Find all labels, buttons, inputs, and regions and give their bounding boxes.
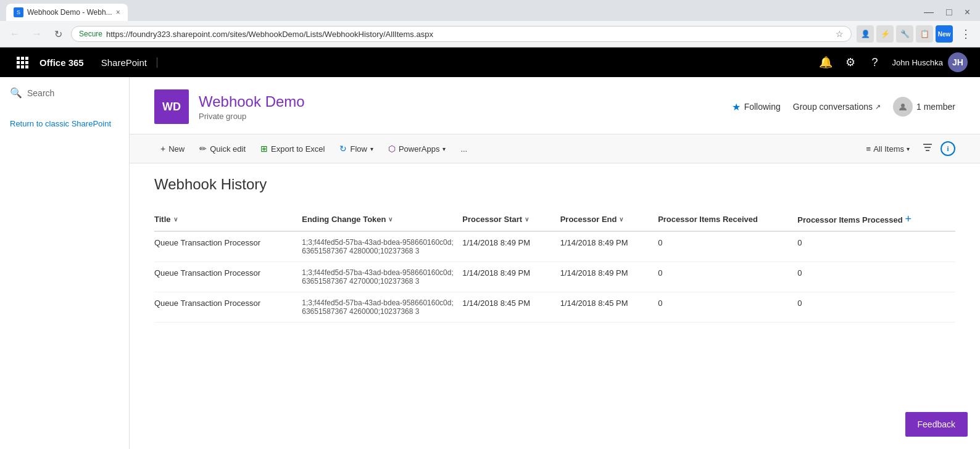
- table-header: Title ∨ Ending Change Token ∨: [154, 208, 955, 231]
- view-icon: ≡: [866, 144, 871, 154]
- powerapps-button[interactable]: ⬡ PowerApps ▾: [382, 140, 452, 157]
- following-button[interactable]: ★ Following: [732, 101, 781, 113]
- col-start-header[interactable]: Processor Start ∨: [462, 215, 552, 224]
- following-label: Following: [744, 102, 781, 112]
- browser-chrome: S Webhook Demo - Webh... × — □ × ← → ↻ S…: [0, 0, 980, 47]
- cell-processed: 0: [797, 292, 955, 323]
- cell-start: 1/14/2018 8:49 PM: [462, 262, 560, 292]
- cell-received: 0: [658, 262, 797, 292]
- quick-edit-button[interactable]: ✏ Quick edit: [193, 140, 252, 157]
- toolbar-right: ≡ All Items ▾ i: [862, 139, 955, 158]
- address-bar[interactable]: Secure https://foundry323.sharepoint.com…: [71, 26, 852, 42]
- view-label: All Items: [873, 144, 904, 154]
- flow-button[interactable]: ↻ Flow ▾: [333, 140, 379, 157]
- cell-title: Queue Transaction Processor: [154, 231, 302, 262]
- app-brand: Office 365 SharePoint: [37, 57, 157, 68]
- export-excel-label: Export to Excel: [271, 144, 325, 154]
- group-conversations-button[interactable]: Group conversations ↗: [793, 102, 881, 112]
- col-token-header[interactable]: Ending Change Token ∨: [302, 215, 455, 224]
- flow-label: Flow: [350, 144, 367, 154]
- user-avatar: JH: [948, 52, 968, 72]
- powerapps-label: PowerApps: [399, 144, 439, 154]
- following-star-icon: ★: [732, 101, 741, 113]
- ext-btn-2[interactable]: ⚡: [876, 25, 894, 43]
- site-info: Webhook Demo Private group: [199, 93, 305, 121]
- refresh-button[interactable]: ↻: [51, 26, 66, 43]
- browser-titlebar: S Webhook Demo - Webh... × — □ ×: [0, 0, 980, 21]
- tab-title: Webhook Demo - Webh...: [27, 8, 112, 17]
- col-token-label: Ending Change Token: [302, 215, 386, 224]
- more-button[interactable]: ...: [454, 141, 473, 157]
- user-profile-button[interactable]: John Huschka JH: [887, 52, 973, 72]
- col-processor-start: Processor Start ∨: [462, 208, 560, 231]
- waffle-icon: [17, 57, 28, 68]
- info-icon: i: [947, 145, 949, 152]
- flow-chevron-icon: ▾: [370, 146, 373, 152]
- tab-close-button[interactable]: ×: [116, 8, 120, 17]
- col-received-label: Processor Items Received: [658, 215, 758, 224]
- col-title-header[interactable]: Title ∨: [154, 215, 294, 224]
- add-column-button[interactable]: +: [905, 213, 911, 226]
- site-subtitle: Private group: [199, 112, 305, 121]
- member-avatar: [893, 97, 913, 117]
- col-end-label: Processor End: [560, 215, 617, 224]
- ext-btn-3[interactable]: 🔧: [896, 25, 913, 43]
- more-icon: ...: [460, 144, 467, 154]
- minimize-button[interactable]: —: [920, 6, 937, 19]
- cell-start: 1/14/2018 8:49 PM: [462, 231, 560, 262]
- settings-button[interactable]: ⚙: [838, 50, 863, 75]
- site-identity: WD Webhook Demo Private group: [154, 89, 305, 124]
- ext-btn-new[interactable]: New: [936, 25, 953, 43]
- sort-icon-end: ∨: [619, 216, 623, 223]
- site-header: WD Webhook Demo Private group ★ Followin…: [130, 77, 980, 134]
- ext-btn-1[interactable]: 👤: [857, 25, 874, 43]
- site-logo: WD: [154, 89, 189, 124]
- view-selector[interactable]: ≡ All Items ▾: [862, 142, 915, 156]
- browser-tab[interactable]: S Webhook Demo - Webh... ×: [6, 4, 128, 21]
- group-conv-label: Group conversations: [793, 102, 873, 112]
- bookmark-icon[interactable]: ☆: [836, 29, 844, 39]
- ext-btn-4[interactable]: 📋: [916, 25, 933, 43]
- new-item-button[interactable]: + New: [154, 140, 191, 157]
- app-launcher-button[interactable]: [7, 47, 37, 77]
- site-name[interactable]: Webhook Demo: [199, 93, 305, 110]
- office365-label[interactable]: Office 365: [37, 57, 91, 68]
- cell-end: 1/14/2018 8:49 PM: [560, 231, 658, 262]
- table-body: Queue Transaction Processor 1;3;f44fed5d…: [154, 231, 955, 323]
- sort-icon-start: ∨: [525, 216, 529, 223]
- col-end-header[interactable]: Processor End ∨: [560, 215, 650, 224]
- export-excel-button[interactable]: ⊞ Export to Excel: [254, 140, 331, 157]
- col-ending-change-token: Ending Change Token ∨: [302, 208, 462, 231]
- search-area[interactable]: 🔍 Search: [0, 77, 129, 109]
- help-button[interactable]: ?: [863, 50, 887, 75]
- svg-point-0: [901, 104, 905, 107]
- cell-received: 0: [658, 292, 797, 323]
- list-title: Webhook History: [154, 176, 955, 193]
- return-classic-link[interactable]: Return to classic SharePoint: [10, 119, 111, 128]
- back-button[interactable]: ←: [6, 26, 23, 42]
- close-button[interactable]: ×: [961, 6, 974, 19]
- cell-processed: 0: [797, 262, 955, 292]
- filter-button[interactable]: [920, 139, 936, 158]
- search-label: Search: [27, 88, 54, 98]
- member-area[interactable]: 1 member: [893, 97, 955, 117]
- data-table: Title ∨ Ending Change Token ∨: [154, 208, 955, 323]
- info-button[interactable]: i: [941, 141, 955, 156]
- cell-token: 1;3;f44fed5d-57ba-43ad-bdea-958660160c0d…: [302, 292, 462, 323]
- maximize-button[interactable]: □: [942, 6, 956, 19]
- feedback-button[interactable]: Feedback: [905, 412, 968, 437]
- col-title-label: Title: [154, 215, 171, 224]
- browser-menu-button[interactable]: ⋮: [958, 25, 974, 43]
- list-toolbar: + New ✏ Quick edit ⊞ Export to Excel ↻ F…: [130, 134, 980, 163]
- cell-end: 1/14/2018 8:45 PM: [560, 292, 658, 323]
- col-start-label: Processor Start: [462, 215, 522, 224]
- notification-button[interactable]: 🔔: [813, 50, 838, 75]
- table-row: Queue Transaction Processor 1;3;f44fed5d…: [154, 262, 955, 292]
- quick-edit-label: Quick edit: [210, 144, 246, 154]
- browser-toolbar: ← → ↻ Secure https://foundry323.sharepoi…: [0, 21, 980, 47]
- forward-button[interactable]: →: [28, 26, 46, 42]
- cell-start: 1/14/2018 8:45 PM: [462, 292, 560, 323]
- cell-received: 0: [658, 231, 797, 262]
- pencil-icon: ✏: [199, 144, 207, 154]
- sharepoint-label[interactable]: SharePoint: [91, 57, 147, 68]
